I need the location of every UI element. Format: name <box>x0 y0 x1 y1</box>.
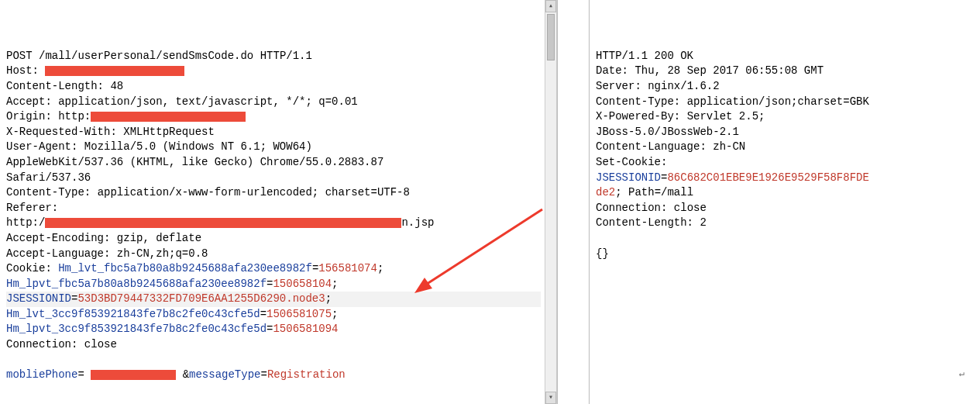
header-ua-line3: Safari/537.36 <box>6 171 91 184</box>
header-acclang: Accept-Language: zh-CN,zh;q=0.8 <box>6 247 208 260</box>
header-cookie-jsessionid: JSESSIONID=53D3BD79447332FD709E6AA1255D6… <box>6 292 541 307</box>
header-host: Host: <box>6 64 45 77</box>
header-ua-line2: AppleWebKit/537.36 (KHTML, like Gecko) C… <box>6 156 383 168</box>
redaction-referer <box>45 218 401 228</box>
status-line: HTTP/1.1 200 OK <box>596 50 693 62</box>
resp-clang: Content-Language: zh-CN <box>596 140 745 153</box>
redaction-origin <box>91 112 246 122</box>
referer-suffix: n.jsp <box>401 216 434 229</box>
header-origin: Origin: http: <box>6 110 91 123</box>
header-xrw: X-Requested-With: XMLHttpRequest <box>6 126 215 138</box>
resp-date: Date: Thu, 28 Sep 2017 06:55:08 GMT <box>596 64 824 77</box>
request-body: mobliePhone= &messageType=Registration <box>6 368 346 381</box>
resp-conn: Connection: close <box>596 202 707 214</box>
response-body: {} <box>596 247 609 260</box>
response-text[interactable]: HTTP/1.1 200 OK Date: Thu, 28 Sep 2017 0… <box>596 33 974 277</box>
header-accenc: Accept-Encoding: gzip, deflate <box>6 232 201 244</box>
panel-divider-gap <box>558 0 589 404</box>
resp-xpow2: JBoss-5.0/JBossWeb-2.1 <box>596 126 739 138</box>
scroll-down-arrow-icon[interactable]: ▾ <box>545 392 556 404</box>
redaction-phone <box>91 370 176 380</box>
http-inspector: POST /mall/userPersonal/sendSmsCode.do H… <box>0 0 980 404</box>
header-cookie-4: Hm_lvt_3cc9f853921843fe7b8c2fe0c43cfe5d=… <box>6 308 338 320</box>
resp-jsessionid-tail: de2; Path=/mall <box>596 186 693 199</box>
header-ua: User-Agent: Mozilla/5.0 (Windows NT 6.1;… <box>6 140 312 153</box>
resp-xpow: X-Powered-By: Servlet 2.5; <box>596 110 765 123</box>
header-cookie-2: Hm_lpvt_fbc5a7b80a8b9245688afa230ee8982f… <box>6 278 339 290</box>
header-connection: Connection: close <box>6 338 117 350</box>
paragraph-marker-icon: ↵ <box>959 368 965 381</box>
response-panel[interactable]: HTTP/1.1 200 OK Date: Thu, 28 Sep 2017 0… <box>589 0 980 404</box>
header-cookie-5: Hm_lpvt_3cc9f853921843fe7b8c2fe0c43cfe5d… <box>6 323 338 335</box>
request-scrollbar[interactable]: ▴ ▾ <box>545 0 557 404</box>
header-content-length: Content-Length: 48 <box>6 80 123 92</box>
header-cookie-1: Cookie: Hm_lvt_fbc5a7b80a8b9245688afa230… <box>6 262 383 275</box>
header-ctype: Content-Type: application/x-www-form-url… <box>6 186 410 199</box>
header-referer-value: http:/ <box>6 216 45 229</box>
resp-clen: Content-Length: 2 <box>596 216 707 229</box>
header-accept: Accept: application/json, text/javascrip… <box>6 95 358 108</box>
redaction-host <box>45 66 184 76</box>
header-referer-label: Referer: <box>6 202 58 214</box>
resp-jsessionid: JSESSIONID=86C682C01EBE9E1926E9529F58F8F… <box>596 171 869 184</box>
resp-ctype: Content-Type: application/json;charset=G… <box>596 95 869 108</box>
request-text[interactable]: POST /mall/userPersonal/sendSmsCode.do H… <box>6 33 551 398</box>
resp-setcookie-label: Set-Cookie: <box>596 156 667 168</box>
scroll-up-arrow-icon[interactable]: ▴ <box>545 0 556 12</box>
resp-server: Server: nginx/1.6.2 <box>596 80 720 92</box>
request-panel[interactable]: POST /mall/userPersonal/sendSmsCode.do H… <box>0 0 558 404</box>
scroll-thumb[interactable] <box>547 14 555 60</box>
request-line: POST /mall/userPersonal/sendSmsCode.do H… <box>6 50 312 62</box>
